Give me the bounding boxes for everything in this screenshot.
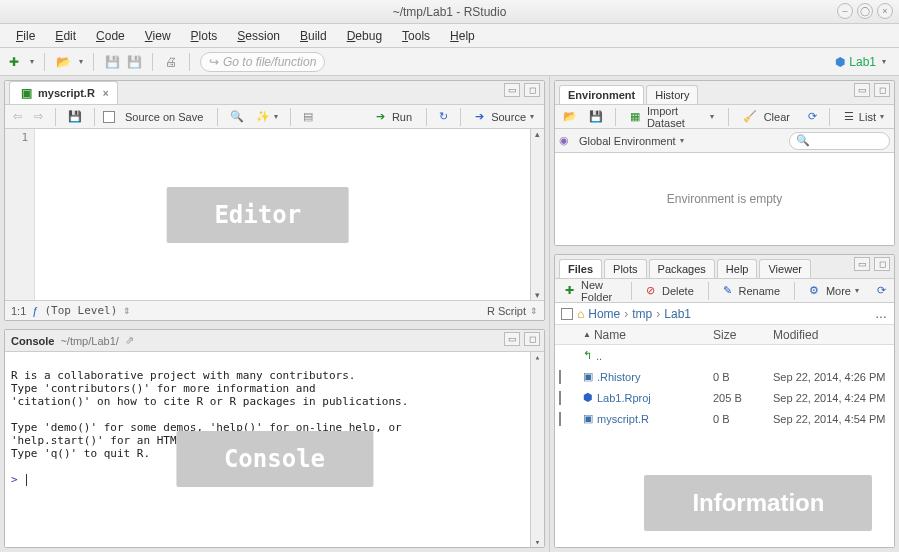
console-min-icon[interactable]: ▭ xyxy=(504,332,520,346)
files-max-icon[interactable]: ◻ xyxy=(874,257,890,271)
console-max-icon[interactable]: ◻ xyxy=(524,332,540,346)
file-checkbox[interactable] xyxy=(559,412,561,426)
forward-icon[interactable]: ⇨ xyxy=(30,108,47,125)
menu-code[interactable]: Code xyxy=(86,26,135,46)
file-row[interactable]: ▣.Rhistory 0 B Sep 22, 2014, 4:26 PM xyxy=(555,366,894,387)
file-checkbox[interactable] xyxy=(559,370,561,384)
file-name[interactable]: myscript.R xyxy=(597,413,649,425)
env-min-icon[interactable]: ▭ xyxy=(854,83,870,97)
menu-debug[interactable]: Debug xyxy=(337,26,392,46)
window-title: ~/tmp/Lab1 - RStudio xyxy=(393,5,507,19)
save-icon[interactable]: 💾 xyxy=(104,54,120,70)
crumb-lab1[interactable]: Lab1 xyxy=(664,307,691,321)
maximize-icon[interactable]: ◯ xyxy=(857,3,873,19)
console-pane: Console ~/tmp/Lab1/ ⇗ ▭ ◻ R is a collabo… xyxy=(4,329,545,548)
import-dataset-button[interactable]: ▦ Import Dataset▾ xyxy=(624,103,720,131)
wand-icon[interactable]: ✨▾ xyxy=(252,108,282,125)
tab-history[interactable]: History xyxy=(646,85,698,104)
files-min-icon[interactable]: ▭ xyxy=(854,257,870,271)
file-modified: Sep 22, 2014, 4:54 PM xyxy=(773,413,890,425)
breadcrumb: ⌂ Home › tmp › Lab1 … xyxy=(555,303,894,325)
list-mode-button[interactable]: ☰ List▾ xyxy=(838,108,890,125)
project-menu[interactable]: ⬢ Lab1 ▾ xyxy=(828,52,893,72)
close-icon[interactable]: × xyxy=(877,3,893,19)
goto-file-function[interactable]: ↪ Go to file/function xyxy=(200,52,325,72)
file-checkbox[interactable] xyxy=(559,391,561,405)
editor-tab[interactable]: ▣ myscript.R × xyxy=(9,81,118,104)
tab-close-icon[interactable]: × xyxy=(103,88,109,99)
source-button[interactable]: ➔ Source▾ xyxy=(469,108,540,125)
env-max-icon[interactable]: ◻ xyxy=(874,83,890,97)
breadcrumb-more-icon[interactable]: … xyxy=(875,307,888,321)
new-folder-button[interactable]: ✚ New Folder xyxy=(559,277,623,305)
file-row[interactable]: ▣myscript.R 0 B Sep 22, 2014, 4:54 PM xyxy=(555,408,894,429)
menu-build[interactable]: Build xyxy=(290,26,337,46)
menu-file[interactable]: File xyxy=(6,26,45,46)
tab-viewer[interactable]: Viewer xyxy=(759,259,810,278)
editor-pane: ▣ myscript.R × ▭ ◻ ⇦ ⇨ 💾 Source on Save … xyxy=(4,80,545,321)
notebook-icon[interactable]: ▤ xyxy=(299,108,317,125)
back-icon[interactable]: ⇦ xyxy=(9,108,26,125)
editor-tab-label: myscript.R xyxy=(38,87,95,99)
menu-session[interactable]: Session xyxy=(227,26,290,46)
editor-scrollbar[interactable]: ▴▾ xyxy=(530,129,544,300)
pane-maximize-icon[interactable]: ◻ xyxy=(524,83,540,97)
open-file-icon[interactable]: 📂 xyxy=(55,54,71,70)
crumb-tmp[interactable]: tmp xyxy=(632,307,652,321)
minimize-icon[interactable]: – xyxy=(837,3,853,19)
clear-button[interactable]: 🧹 Clear xyxy=(737,108,796,125)
scope-caret[interactable]: ⇕ xyxy=(123,306,131,316)
file-row[interactable]: ⬢Lab1.Rproj 205 B Sep 22, 2014, 4:24 PM xyxy=(555,387,894,408)
print-icon[interactable]: 🖨 xyxy=(163,54,179,70)
tab-help[interactable]: Help xyxy=(717,259,758,278)
console-scrollbar[interactable]: ▴▾ xyxy=(530,352,544,547)
editor-code-area[interactable]: Editor xyxy=(35,129,530,300)
menu-plots[interactable]: Plots xyxy=(181,26,228,46)
project-icon: ⬢ xyxy=(835,55,845,69)
save-file-icon[interactable]: 💾 xyxy=(64,108,86,125)
file-row-up[interactable]: ↰.. xyxy=(555,345,894,366)
files-refresh-icon[interactable]: ⟳ xyxy=(873,282,890,299)
env-open-icon[interactable]: 📂 xyxy=(559,108,581,125)
env-scope-button[interactable]: Global Environment▾ xyxy=(573,133,690,149)
env-save-icon[interactable]: 💾 xyxy=(585,108,607,125)
menu-view[interactable]: View xyxy=(135,26,181,46)
language-mode[interactable]: R Script xyxy=(487,305,526,317)
tab-packages[interactable]: Packages xyxy=(649,259,715,278)
goto-placeholder: Go to file/function xyxy=(223,55,316,69)
col-modified[interactable]: Modified xyxy=(773,328,890,342)
run-button[interactable]: ➔ Run xyxy=(370,108,418,125)
new-file-icon[interactable]: ✚ xyxy=(6,54,22,70)
file-name[interactable]: Lab1.Rproj xyxy=(597,392,651,404)
console-popout-icon[interactable]: ⇗ xyxy=(125,334,134,347)
open-file-caret[interactable]: ▾ xyxy=(79,57,83,66)
new-file-caret[interactable]: ▾ xyxy=(30,57,34,66)
menu-edit[interactable]: Edit xyxy=(45,26,86,46)
col-name[interactable]: ▲Name xyxy=(583,328,713,342)
delete-button[interactable]: ⊘ Delete xyxy=(640,282,700,299)
find-icon[interactable]: 🔍 xyxy=(226,108,248,125)
menu-help[interactable]: Help xyxy=(440,26,485,46)
more-button[interactable]: ⚙ More▾ xyxy=(803,282,865,299)
rfile-icon: ▣ xyxy=(583,412,593,425)
menu-tools[interactable]: Tools xyxy=(392,26,440,46)
crumb-home[interactable]: Home xyxy=(588,307,620,321)
tab-environment[interactable]: Environment xyxy=(559,85,644,104)
source-on-save-checkbox[interactable] xyxy=(103,111,115,123)
pane-minimize-icon[interactable]: ▭ xyxy=(504,83,520,97)
env-search-input[interactable]: 🔍 xyxy=(789,132,890,150)
console-body[interactable]: R is a collaborative project with many c… xyxy=(5,352,544,547)
rerun-icon[interactable]: ↻ xyxy=(435,108,452,125)
refresh-icon[interactable]: ⟳ xyxy=(804,108,821,125)
file-name[interactable]: .Rhistory xyxy=(597,371,640,383)
rename-button[interactable]: ✎ Rename xyxy=(717,282,787,299)
files-overlay-label: Information xyxy=(644,475,872,531)
save-all-icon[interactable]: 💾 xyxy=(126,54,142,70)
tab-plots[interactable]: Plots xyxy=(604,259,646,278)
tab-files[interactable]: Files xyxy=(559,259,602,278)
home-icon[interactable]: ⌂ xyxy=(577,307,584,321)
scope-label[interactable]: (Top Level) xyxy=(44,304,117,317)
file-size: 205 B xyxy=(713,392,773,404)
col-size[interactable]: Size xyxy=(713,328,773,342)
select-all-checkbox[interactable] xyxy=(561,308,573,320)
